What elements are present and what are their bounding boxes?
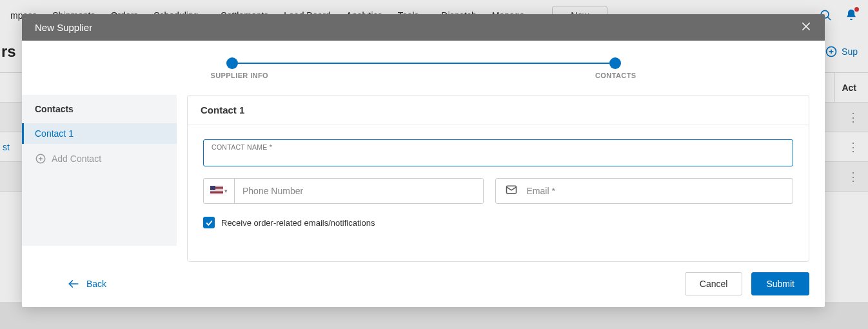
add-contact-label: Add Contact (52, 154, 101, 164)
contact-name-label: CONTACT NAME * (212, 143, 272, 151)
contact-name-input[interactable] (204, 140, 793, 166)
add-contact-button[interactable]: Add Contact (22, 144, 177, 174)
chevron-down-icon: ▾ (224, 188, 228, 194)
flag-us-icon (210, 186, 223, 196)
svg-rect-16 (210, 193, 223, 194)
receive-emails-label: Receive order-related emails/notificatio… (221, 218, 375, 228)
receive-emails-checkbox[interactable] (203, 217, 215, 228)
close-icon[interactable] (800, 21, 812, 34)
stepper: SUPPLIER INFO CONTACTS (22, 41, 825, 75)
svg-rect-17 (210, 186, 215, 190)
contact-name-field[interactable]: CONTACT NAME * (203, 139, 793, 166)
contact-form-panel: Contact 1 CONTACT NAME * (187, 95, 809, 262)
stepper-label-supplier-info: SUPPLIER INFO (211, 72, 269, 79)
svg-rect-15 (210, 192, 223, 192)
email-field (495, 178, 794, 204)
submit-button[interactable]: Submit (751, 272, 809, 295)
contacts-sidebar: Contacts Contact 1 Add Contact (22, 95, 177, 246)
contact-panel-header: Contact 1 (188, 95, 809, 125)
phone-field: ▾ (203, 178, 484, 204)
stepper-label-contacts: CONTACTS (595, 72, 636, 79)
phone-input[interactable] (235, 179, 483, 203)
email-input[interactable] (527, 186, 784, 196)
modal-title: New Supplier (35, 22, 92, 33)
new-supplier-modal: New Supplier SUPPLIER INFO CONTACTS Cont… (22, 14, 825, 307)
email-icon (505, 183, 518, 199)
stepper-dot-supplier-info (226, 57, 238, 69)
modal-header: New Supplier (22, 14, 825, 41)
sidebar-title: Contacts (22, 104, 177, 123)
back-button[interactable]: Back (67, 277, 106, 290)
stepper-dot-contacts (609, 57, 621, 69)
cancel-button[interactable]: Cancel (685, 272, 743, 295)
country-code-selector[interactable]: ▾ (204, 179, 235, 203)
svg-rect-14 (210, 190, 223, 191)
sidebar-item-contact-1[interactable]: Contact 1 (22, 123, 177, 144)
back-label: Back (86, 279, 106, 289)
